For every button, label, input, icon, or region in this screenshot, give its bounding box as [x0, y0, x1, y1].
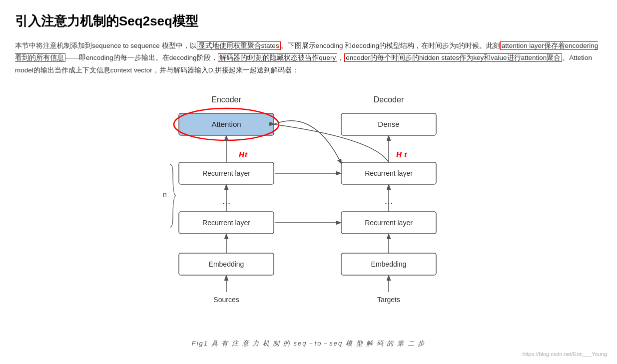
highlight4: encoder的每个时间步的hidden states作为key和value进行… — [344, 53, 562, 62]
enc-recurrent-label-1: Recurrent layer — [202, 169, 250, 177]
decoder-label: Decoder — [373, 95, 404, 104]
page-title: 引入注意力机制的Seq2seq模型 — [15, 10, 602, 32]
intro-part4: ， — [337, 54, 344, 61]
highlight3: 解码器的t时刻的隐藏状态被当作query — [218, 53, 338, 62]
diagram-container: Encoder Decoder Attention Dense Ht H t R… — [15, 88, 602, 328]
dec-embedding-label: Embedding — [371, 260, 406, 268]
dec-recurrent-label-1: Recurrent layer — [365, 169, 413, 177]
intro-part2: 。下图展示encoding 和decoding的模型结构，在时间步为t的时候。此… — [281, 42, 500, 49]
architecture-diagram: Encoder Decoder Attention Dense Ht H t R… — [134, 88, 484, 328]
sources-label: Sources — [213, 296, 239, 304]
intro-paragraph: 本节中将注意机制添加到sequence to sequence 模型中，以显式地… — [15, 40, 602, 76]
enc-embedding-label: Embedding — [208, 260, 244, 268]
enc-recurrent-label-2: Recurrent layer — [202, 219, 250, 227]
intro-part3: ——即encoding的每一步输出。在decoding阶段， — [65, 54, 218, 61]
dec-recurrent-label-2: Recurrent layer — [365, 219, 413, 227]
targets-label: Targets — [377, 296, 400, 304]
encoder-label: Encoder — [211, 95, 241, 104]
dense-label: Dense — [378, 120, 399, 128]
ht-annotation-decoder: H t — [395, 150, 407, 159]
intro-part1: 本节中将注意机制添加到sequence to sequence 模型中，以 — [15, 42, 197, 49]
n-label: n — [163, 191, 167, 199]
attention-label: Attention — [211, 120, 241, 128]
watermark: https://blog.csdn.net/Eric___Young — [522, 350, 607, 359]
diagram-caption: Fig1 具 有 注 意 力 机 制 的 seq－to－seq 模 型 解 码 … — [15, 338, 602, 349]
brace-icon — [170, 164, 176, 227]
highlight1: 显式地使用权重聚合states — [197, 41, 281, 50]
arrow-attention-to-dec — [274, 121, 341, 163]
ht-annotation-encoder: Ht — [238, 150, 248, 159]
